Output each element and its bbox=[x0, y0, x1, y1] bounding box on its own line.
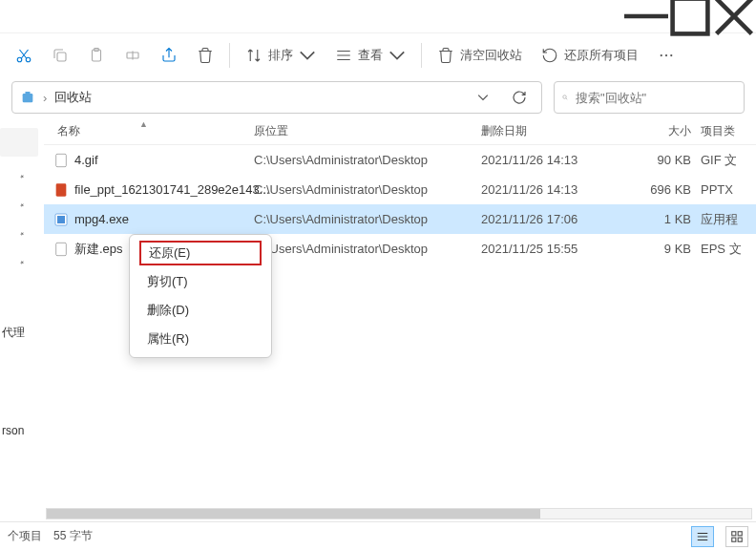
maximize-button[interactable] bbox=[668, 0, 712, 32]
paste-icon[interactable] bbox=[78, 38, 115, 73]
svg-rect-13 bbox=[56, 154, 67, 166]
file-date: 2021/11/26 14:13 bbox=[481, 153, 636, 167]
file-type: PPTX bbox=[701, 182, 756, 197]
svg-rect-11 bbox=[25, 92, 30, 94]
delete-icon[interactable] bbox=[187, 38, 223, 73]
file-location: C:\Users\Administrator\Desktop bbox=[254, 182, 481, 197]
tiles-view-button[interactable] bbox=[725, 526, 748, 547]
pin-icon[interactable] bbox=[0, 220, 44, 248]
minimize-button[interactable] bbox=[624, 0, 668, 32]
sort-label: 排序 bbox=[268, 47, 293, 64]
chevron-down-icon bbox=[299, 47, 316, 64]
file-date: 2021/11/25 15:55 bbox=[481, 242, 636, 256]
pin-icon[interactable] bbox=[0, 248, 44, 277]
view-label: 查看 bbox=[358, 47, 383, 64]
sidebar-item[interactable] bbox=[0, 128, 38, 157]
refresh-button[interactable] bbox=[505, 83, 534, 112]
pin-icon[interactable] bbox=[0, 162, 44, 191]
table-row[interactable]: mpg4.exe C:\Users\Administrator\Desktop … bbox=[44, 204, 756, 234]
svg-point-1 bbox=[17, 57, 22, 62]
recycle-bin-icon bbox=[20, 90, 35, 105]
rename-icon[interactable] bbox=[115, 38, 151, 73]
separator bbox=[229, 43, 230, 68]
file-type: 应用程 bbox=[701, 211, 756, 228]
status-bytes: 55 字节 bbox=[53, 528, 93, 544]
ctx-restore[interactable]: 还原(E) bbox=[139, 241, 262, 265]
title-bar bbox=[0, 0, 756, 32]
search-box[interactable] bbox=[554, 81, 745, 114]
svg-rect-0 bbox=[673, 0, 708, 33]
empty-label: 清空回收站 bbox=[460, 47, 522, 64]
cut-icon[interactable] bbox=[6, 38, 42, 73]
file-date: 2021/11/26 17:06 bbox=[481, 212, 636, 226]
svg-point-2 bbox=[26, 57, 31, 62]
svg-point-7 bbox=[661, 53, 662, 55]
col-date[interactable]: 删除日期 bbox=[481, 123, 636, 139]
separator bbox=[421, 43, 422, 68]
column-headers: 名称▲ 原位置 删除日期 大小 项目类 bbox=[44, 118, 756, 145]
file-icon bbox=[53, 212, 69, 227]
file-location: C:\Users\Administrator\Desktop bbox=[254, 153, 481, 167]
address-bar-row: › 回收站 bbox=[0, 76, 756, 118]
share-icon[interactable] bbox=[151, 38, 187, 73]
ctx-delete[interactable]: 删除(D) bbox=[130, 296, 271, 325]
svg-rect-21 bbox=[738, 538, 742, 541]
svg-rect-10 bbox=[23, 94, 33, 102]
empty-recycle-button[interactable]: 清空回收站 bbox=[428, 38, 532, 73]
horizontal-scrollbar[interactable] bbox=[46, 508, 752, 519]
breadcrumb-location[interactable]: 回收站 bbox=[54, 89, 92, 106]
svg-rect-14 bbox=[56, 183, 67, 196]
file-size: 1 KB bbox=[636, 212, 701, 226]
col-size[interactable]: 大小 bbox=[636, 123, 701, 139]
svg-point-12 bbox=[563, 95, 567, 99]
sort-indicator: ▲ bbox=[139, 119, 148, 129]
file-location: C:\Users\Administrator\Desktop bbox=[254, 242, 481, 256]
toolbar: 排序 查看 清空回收站 还原所有项目 bbox=[0, 32, 756, 76]
restore-all-button[interactable]: 还原所有项目 bbox=[532, 38, 648, 73]
col-location[interactable]: 原位置 bbox=[254, 123, 481, 139]
sidebar: 代理 rson bbox=[0, 118, 44, 521]
search-icon bbox=[562, 91, 568, 104]
ctx-properties[interactable]: 属性(R) bbox=[130, 325, 271, 353]
svg-rect-19 bbox=[738, 531, 742, 535]
file-icon bbox=[53, 242, 69, 257]
file-name: mpg4.exe bbox=[74, 212, 129, 226]
search-input[interactable] bbox=[576, 91, 736, 105]
file-size: 9 KB bbox=[636, 242, 701, 256]
table-row[interactable]: 4.gif C:\Users\Administrator\Desktop 202… bbox=[44, 145, 756, 175]
close-button[interactable] bbox=[712, 0, 756, 32]
file-type: GIF 文 bbox=[701, 152, 756, 169]
copy-icon[interactable] bbox=[42, 38, 78, 73]
status-items: 个项目 bbox=[8, 528, 42, 544]
svg-point-9 bbox=[670, 53, 672, 55]
address-bar[interactable]: › 回收站 bbox=[11, 81, 542, 114]
chevron-down-icon bbox=[388, 47, 406, 64]
file-type: EPS 文 bbox=[701, 241, 756, 258]
svg-rect-3 bbox=[57, 53, 66, 61]
col-name[interactable]: 名称▲ bbox=[44, 123, 254, 139]
file-size: 90 KB bbox=[636, 153, 701, 167]
file-name: 4.gif bbox=[74, 153, 98, 167]
restore-all-label: 还原所有项目 bbox=[564, 47, 639, 64]
pin-icon[interactable] bbox=[0, 191, 44, 220]
svg-point-8 bbox=[665, 53, 667, 55]
status-bar: 个项目 55 字节 bbox=[0, 521, 756, 550]
sort-button[interactable]: 排序 bbox=[236, 38, 326, 73]
svg-rect-17 bbox=[56, 243, 67, 255]
file-date: 2021/11/26 14:13 bbox=[481, 182, 636, 197]
details-view-button[interactable] bbox=[691, 526, 714, 547]
view-button[interactable]: 查看 bbox=[326, 38, 415, 73]
svg-rect-18 bbox=[732, 531, 736, 535]
file-location: C:\Users\Administrator\Desktop bbox=[254, 212, 481, 226]
file-icon bbox=[53, 153, 69, 168]
ctx-cut[interactable]: 剪切(T) bbox=[130, 267, 271, 296]
scrollbar-thumb[interactable] bbox=[47, 509, 540, 518]
col-type[interactable]: 项目类 bbox=[701, 123, 756, 139]
dropdown-button[interactable] bbox=[469, 83, 497, 112]
more-button[interactable] bbox=[648, 38, 684, 73]
file-name: 新建.eps bbox=[74, 241, 123, 258]
table-row[interactable]: file_ppt_1621301741_289e2e143... C:\User… bbox=[44, 175, 756, 204]
crumb-sep: › bbox=[43, 91, 47, 105]
sidebar-text[interactable]: 代理 bbox=[2, 325, 25, 341]
sidebar-text[interactable]: rson bbox=[2, 424, 24, 437]
